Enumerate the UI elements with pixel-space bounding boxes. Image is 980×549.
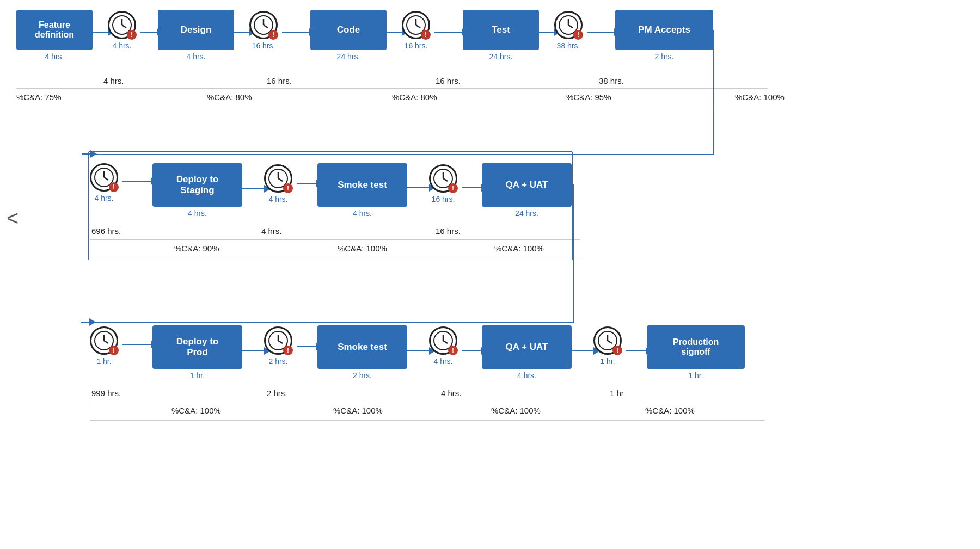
feature-def-box[interactable]: Feature definition [16, 10, 93, 50]
connector-v2 [573, 184, 574, 323]
deploy-staging-duration: 4 hrs. [152, 209, 242, 218]
ca-r2-2: %C&A: 100% [338, 244, 387, 253]
clock-alert-r3-3: ! [448, 346, 458, 355]
test-duration: 24 hrs. [463, 52, 539, 61]
clock-r3-2: ! 2 hrs. [264, 326, 292, 366]
ca-r1-2: %C&A: 80% [207, 92, 252, 102]
ca-r2-1: %C&A: 90% [174, 244, 219, 253]
clock-r3-1: ! 1 hr. [90, 326, 118, 366]
stat-r1-2: 16 hrs. [267, 76, 292, 85]
clock-label-r1-1: 4 hrs. [112, 41, 131, 50]
clock-label-r3-4: 1 hr. [600, 357, 615, 366]
ca-r2-3: %C&A: 100% [494, 244, 544, 253]
ca-r1-5: %C&A: 100% [735, 92, 785, 102]
ca-r1-4: %C&A: 95% [566, 92, 611, 102]
smoke-test-2-box[interactable]: Smoke test [317, 325, 407, 369]
connector-h2 [90, 322, 574, 323]
qa-uat-2-box[interactable]: QA + UAT [482, 325, 572, 369]
stat-r2-1: 696 hrs. [91, 226, 121, 236]
clock-alert-r2-1: ! [109, 182, 119, 192]
stat-r2-2: 4 hrs. [261, 226, 282, 236]
divider-r1-stats [16, 88, 768, 89]
clock-label-r2-2: 4 hrs. [268, 195, 287, 203]
divider-r2-stats [90, 239, 580, 240]
stat-r1-3: 16 hrs. [436, 76, 461, 85]
clock-r1-3: ! 16 hrs. [402, 11, 430, 50]
clock-alert-r3-1: ! [109, 346, 119, 355]
clock-r1-4: ! 38 hrs. [554, 11, 583, 50]
arrow-connector-r3 [81, 318, 96, 326]
connector-v1 [713, 30, 714, 155]
design-box[interactable]: Design [158, 10, 234, 50]
clock-alert-r1-1: ! [127, 30, 137, 40]
deploy-prod-duration: 1 hr. [152, 371, 242, 380]
clock-r1-2: ! 16 hrs. [249, 11, 278, 50]
clock-label-r2-1: 4 hrs. [94, 194, 113, 202]
ca-r1-1: %C&A: 75% [16, 92, 62, 102]
pm-accepts-box[interactable]: PM Accepts [615, 10, 713, 50]
arrow-connector-r2 [82, 150, 97, 158]
clock-alert-r3-2: ! [283, 346, 293, 355]
stat-r3-2: 2 hrs. [267, 388, 287, 398]
clock-r2-1: ! 4 hrs. [90, 163, 118, 202]
smoke-test-1-box[interactable]: Smoke test [317, 163, 407, 207]
clock-label-r3-3: 4 hrs. [433, 357, 452, 366]
test-box[interactable]: Test [463, 10, 539, 50]
clock-alert-r2-2: ! [283, 183, 293, 193]
ca-r3-4: %C&A: 100% [645, 406, 695, 415]
smoke-test-1-duration: 4 hrs. [317, 209, 407, 218]
stat-r2-3: 16 hrs. [436, 226, 461, 236]
design-duration: 4 hrs. [158, 52, 234, 61]
ca-r3-3: %C&A: 100% [491, 406, 541, 415]
divider-r1-bottom [16, 108, 768, 108]
clock-alert-r2-3: ! [448, 183, 458, 193]
prod-signoff-box[interactable]: Production signoff [647, 325, 745, 369]
divider-r3-bottom [90, 420, 765, 421]
stat-r3-4: 1 hr [610, 388, 624, 398]
pm-accepts-duration: 2 hrs. [615, 52, 713, 61]
stat-r1-1: 4 hrs. [103, 76, 124, 85]
clock-r1-1: ! 4 hrs. [108, 11, 136, 50]
clock-label-r3-1: 1 hr. [96, 357, 111, 366]
clock-r3-4: ! 1 hr. [593, 326, 622, 366]
clock-label-r1-2: 16 hrs. [252, 41, 275, 50]
clock-alert-r1-4: ! [573, 30, 583, 40]
divider-r3-stats [90, 402, 765, 402]
deploy-staging-box[interactable]: Deploy to Staging [152, 163, 242, 207]
divider-r2-bottom [90, 258, 580, 258]
clock-alert-r1-2: ! [268, 30, 278, 40]
clock-label-r1-3: 16 hrs. [405, 41, 428, 50]
diagram-container: < Feature definition 4 hrs. ! 4 hrs. Des… [0, 0, 980, 549]
connector-h1 [90, 154, 714, 155]
clock-r2-3: ! 16 hrs. [429, 164, 457, 203]
feature-def-duration: 4 hrs. [16, 52, 93, 61]
ca-r3-2: %C&A: 100% [333, 406, 383, 415]
clock-label-r1-4: 38 hrs. [557, 41, 580, 50]
code-duration: 24 hrs. [310, 52, 387, 61]
stat-r1-4: 38 hrs. [599, 76, 624, 85]
ca-r1-3: %C&A: 80% [392, 92, 437, 102]
clock-r2-2: ! 4 hrs. [264, 164, 292, 203]
stat-r3-3: 4 hrs. [441, 388, 462, 398]
qa-uat-1-duration: 24 hrs. [482, 209, 572, 218]
clock-alert-r3-4: ! [612, 346, 622, 355]
clock-alert-r1-3: ! [421, 30, 431, 40]
code-box[interactable]: Code [310, 10, 387, 50]
clock-r3-3: ! 4 hrs. [429, 326, 457, 366]
qa-uat-1-box[interactable]: QA + UAT [482, 163, 572, 207]
smoke-test-2-duration: 2 hrs. [317, 371, 407, 380]
qa-uat-2-duration: 4 hrs. [482, 371, 572, 380]
back-arrow-button[interactable]: < [7, 207, 19, 230]
clock-label-r3-2: 2 hrs. [268, 357, 287, 366]
deploy-prod-box[interactable]: Deploy to Prod [152, 325, 242, 369]
prod-signoff-duration: 1 hr. [647, 371, 745, 380]
stat-r3-1: 999 hrs. [91, 388, 121, 398]
clock-label-r2-3: 16 hrs. [432, 195, 455, 203]
ca-r3-1: %C&A: 100% [171, 406, 221, 415]
